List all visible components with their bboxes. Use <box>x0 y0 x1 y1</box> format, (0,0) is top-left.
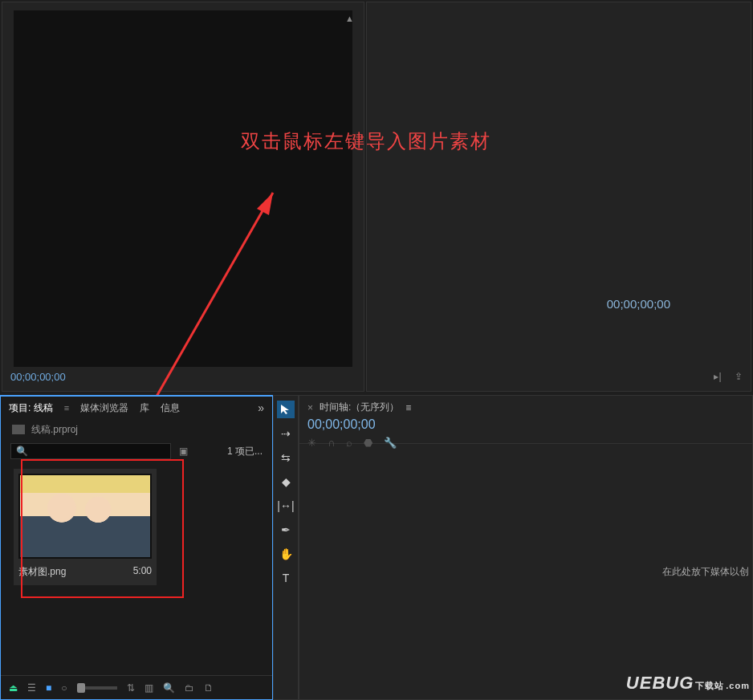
source-viewer[interactable] <box>14 10 352 367</box>
icon-view-icon[interactable]: ■ <box>46 682 51 694</box>
timeline-hint: 在此处放下媒体以创 <box>662 565 749 579</box>
project-filename: 线稿.prproj <box>31 423 78 437</box>
watermark-sub: 下载站 <box>695 681 724 690</box>
tool-strip: ⇢ ⇆ ◆ |↔| ✒ ✋ T <box>273 395 299 700</box>
project-item-count: 1 项已... <box>227 445 263 458</box>
tab-library[interactable]: 库 <box>140 401 149 415</box>
tab-menu-icon[interactable]: ≡ <box>64 403 69 413</box>
export-frame-icon[interactable]: ⇪ <box>731 368 747 385</box>
asset-duration: 5:00 <box>133 565 152 579</box>
project-tabs: 项目: 线稿 ≡ 媒体浏览器 库 信息 » <box>1 397 272 419</box>
track-select-tool-icon[interactable]: ⇢ <box>277 425 295 442</box>
watermark-brand: UEBUG <box>626 673 694 693</box>
tab-info[interactable]: 信息 <box>161 401 180 415</box>
project-search-input[interactable]: 🔍 <box>10 443 171 459</box>
program-monitor: 00;00;00;00 ▸| ⇪ <box>366 2 751 392</box>
watermark-dom: .com <box>726 681 750 690</box>
play-stop-icon[interactable]: ▸| <box>710 368 726 385</box>
project-panel: 项目: 线稿 ≡ 媒体浏览器 库 信息 » 线稿.prproj 🔍 ▣ 1 项已… <box>0 395 273 700</box>
freeform-view-icon[interactable]: ○ <box>61 682 67 694</box>
new-bin-icon[interactable]: 🗀 <box>185 682 194 694</box>
source-monitor: ▲ 00;00;00;00 <box>2 2 364 392</box>
tab-media-browser[interactable]: 媒体浏览器 <box>80 401 128 415</box>
timeline-timecode[interactable]: 00;00;00;00 <box>307 417 744 432</box>
pen-tool-icon[interactable]: ✒ <box>277 521 295 539</box>
timeline-drop-area[interactable]: 在此处放下媒体以创 <box>299 444 752 699</box>
project-asset-grid[interactable]: 素材图.png 5:00 <box>1 462 272 675</box>
auto-sequence-icon[interactable]: ▥ <box>144 682 153 694</box>
tabs-overflow-icon[interactable]: » <box>258 401 264 414</box>
timeline-title: 时间轴:（无序列） <box>320 401 399 414</box>
sort-icon[interactable]: ⇅ <box>127 682 135 694</box>
asset-card[interactable]: 素材图.png 5:00 <box>14 469 157 585</box>
annotation-text: 双击鼠标左键导入图片素材 <box>241 128 491 154</box>
find-icon[interactable]: 🔍 <box>163 682 175 694</box>
project-footer: ⏏ ☰ ■ ○ ⇅ ▥ 🔍 🗀 🗋 <box>1 675 272 699</box>
timeline-close-icon[interactable]: × <box>307 402 313 413</box>
panel-menu-icon[interactable]: ≡ <box>405 402 411 413</box>
watermark: UEBUG下载站.com <box>626 673 750 694</box>
svg-marker-2 <box>281 405 289 414</box>
razor-tool-icon[interactable]: ◆ <box>277 473 295 490</box>
project-file-row: 线稿.prproj <box>1 419 272 440</box>
source-timecode: 00;00;00;00 <box>10 371 66 383</box>
search-icon: 🔍 <box>16 446 28 457</box>
asset-thumbnail[interactable] <box>18 474 152 559</box>
camera-filter-icon[interactable]: ▣ <box>179 446 188 457</box>
list-view-icon[interactable]: ☰ <box>27 682 36 694</box>
bin-icon <box>12 425 25 434</box>
slip-tool-icon[interactable]: |↔| <box>277 497 295 515</box>
project-search-row: 🔍 ▣ 1 项已... <box>1 440 272 462</box>
program-timecode: 00;00;00;00 <box>607 297 670 311</box>
collapse-arrow-icon[interactable]: ▲ <box>345 14 354 23</box>
ripple-edit-tool-icon[interactable]: ⇆ <box>277 449 295 466</box>
write-lock-icon[interactable]: ⏏ <box>9 682 18 694</box>
asset-filename: 素材图.png <box>18 565 66 579</box>
thumb-size-slider[interactable] <box>77 686 117 690</box>
selection-tool-icon[interactable] <box>277 401 295 418</box>
timeline-panel: × 时间轴:（无序列） ≡ 00;00;00;00 ✳ ∩ ⌕ ⬣ 🔧 在此处放… <box>299 395 753 700</box>
hand-tool-icon[interactable]: ✋ <box>277 545 295 563</box>
new-item-icon[interactable]: 🗋 <box>204 682 214 694</box>
tab-project[interactable]: 项目: 线稿 <box>9 401 53 415</box>
type-tool-icon[interactable]: T <box>277 569 295 587</box>
